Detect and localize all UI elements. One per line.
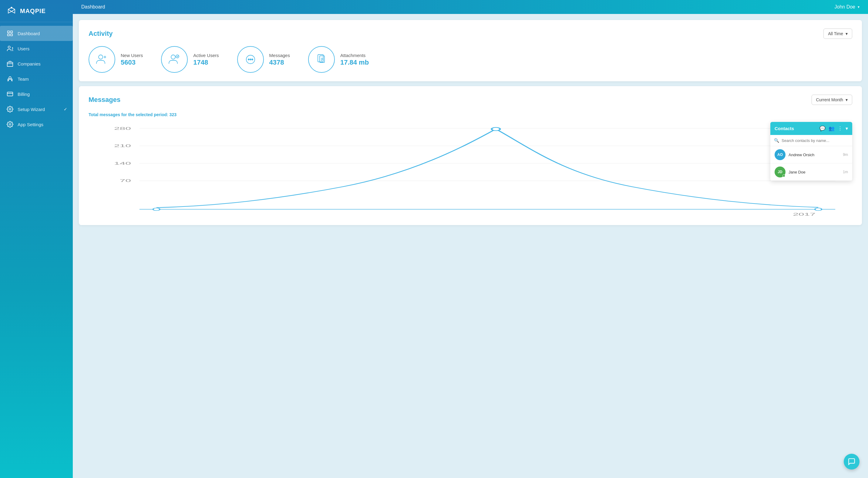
chevron-down-icon: ▾ — [858, 5, 860, 9]
activity-filter-dropdown[interactable]: All Time ▾ — [824, 29, 852, 39]
stat-new-users: New Users 5603 — [89, 46, 143, 73]
attachments-label: Attachments — [340, 53, 369, 58]
sidebar-item-label: Team — [18, 76, 29, 82]
billing-icon — [7, 91, 13, 97]
chevron-down-icon[interactable]: ▾ — [845, 126, 848, 131]
contacts-group-icon[interactable]: 👥 — [829, 126, 835, 131]
messages-label: Messages — [269, 53, 290, 58]
username: John Doe — [835, 4, 856, 10]
active-users-value: 1748 — [193, 59, 219, 66]
svg-point-21 — [252, 59, 253, 60]
svg-point-11 — [9, 108, 11, 110]
new-users-circle — [89, 46, 115, 73]
svg-point-5 — [8, 46, 10, 48]
active-users-label: Active Users — [193, 53, 219, 58]
svg-text:2017: 2017 — [793, 212, 815, 217]
sidebar: MAQPIE Dashboard Users Companies — [0, 0, 73, 478]
messages-card-header: Messages Current Month ▾ — [89, 95, 852, 105]
avatar: AO — [775, 149, 785, 160]
logo: MAQPIE — [0, 0, 73, 22]
messages-card: Messages Current Month ▾ Total messages … — [79, 86, 862, 225]
svg-point-19 — [248, 59, 249, 60]
sidebar-item-label: Companies — [18, 61, 41, 66]
contact-name: Jane Doe — [788, 170, 840, 174]
app-settings-icon — [7, 121, 13, 128]
sidebar-item-setup-wizard[interactable]: Setup Wizard ✓ — [0, 102, 73, 117]
chart-svg: 280 210 140 70 2017 — [89, 122, 852, 219]
svg-point-13 — [99, 55, 103, 59]
messages-info: Messages 4378 — [269, 53, 290, 66]
top-header: Dashboard John Doe ▾ — [73, 0, 868, 14]
new-users-label: New Users — [121, 53, 143, 58]
contact-time: 1m — [843, 170, 848, 174]
sidebar-item-companies[interactable]: Companies — [0, 56, 73, 71]
team-icon — [7, 75, 13, 82]
companies-icon — [7, 60, 13, 67]
activity-stats: New Users 5603 Acti — [89, 46, 852, 73]
svg-text:210: 210 — [114, 144, 131, 148]
messages-circle — [237, 46, 264, 73]
new-users-value: 5603 — [121, 59, 143, 66]
svg-text:70: 70 — [120, 179, 131, 183]
svg-rect-3 — [8, 34, 9, 36]
messages-value: 4378 — [269, 59, 290, 66]
activity-card-header: Activity All Time ▾ — [89, 29, 852, 39]
contacts-panel: Contacts 💬 👥 ⋮ ▾ 🔍 — [770, 122, 852, 181]
content-area: Activity All Time ▾ — [73, 14, 868, 231]
dashboard-icon — [7, 30, 13, 37]
users-icon — [7, 45, 13, 52]
contacts-header: Contacts 💬 👥 ⋮ ▾ — [770, 122, 852, 135]
online-indicator — [782, 174, 785, 177]
checkmark-icon: ✓ — [64, 107, 67, 111]
svg-rect-9 — [7, 92, 13, 96]
sidebar-item-label: Setup Wizard — [18, 107, 45, 112]
sidebar-item-label: App Settings — [18, 122, 43, 127]
logo-text: MAQPIE — [20, 8, 46, 14]
svg-rect-23 — [320, 56, 324, 62]
svg-point-8 — [9, 77, 11, 79]
svg-rect-4 — [11, 34, 12, 36]
contact-time: 9m — [843, 153, 848, 157]
user-menu[interactable]: John Doe ▾ — [835, 4, 860, 10]
stat-attachments: Attachments 17.84 mb — [308, 46, 369, 73]
active-users-info: Active Users 1748 — [193, 53, 219, 66]
sidebar-item-team[interactable]: Team — [0, 71, 73, 87]
messages-filter-dropdown[interactable]: Current Month ▾ — [812, 95, 852, 105]
chat-icon[interactable]: 💬 — [819, 126, 826, 131]
search-icon: 🔍 — [774, 138, 779, 143]
svg-point-16 — [171, 55, 175, 59]
sidebar-item-users[interactable]: Users — [0, 41, 73, 56]
more-icon[interactable]: ⋮ — [838, 126, 842, 131]
sidebar-item-label: Billing — [18, 92, 30, 97]
chevron-down-icon: ▾ — [845, 31, 848, 36]
stat-messages: Messages 4378 — [237, 46, 290, 73]
svg-rect-6 — [7, 62, 13, 66]
chevron-down-icon: ▾ — [845, 97, 848, 102]
messages-chart: 280 210 140 70 2017 — [89, 122, 852, 219]
sidebar-item-dashboard[interactable]: Dashboard — [0, 26, 73, 41]
page-title: Dashboard — [81, 4, 105, 10]
attachments-info: Attachments 17.84 mb — [340, 53, 369, 66]
new-users-info: New Users 5603 — [121, 53, 143, 66]
svg-point-12 — [9, 123, 11, 125]
sidebar-item-label: Users — [18, 46, 29, 51]
contact-name: Andrew Orsich — [788, 153, 840, 157]
svg-rect-1 — [8, 31, 9, 33]
attachments-value: 17.84 mb — [340, 59, 369, 66]
contacts-search: 🔍 — [770, 135, 852, 146]
messages-total-value: 323 — [169, 112, 177, 117]
sidebar-item-billing[interactable]: Billing — [0, 87, 73, 102]
chat-fab-button[interactable] — [844, 454, 860, 470]
contact-jane-doe[interactable]: JD Jane Doe 1m — [770, 163, 852, 181]
avatar: JD — [775, 166, 785, 178]
contacts-title: Contacts — [775, 126, 794, 131]
svg-text:140: 140 — [114, 161, 131, 165]
stat-active-users: Active Users 1748 — [161, 46, 219, 73]
svg-rect-2 — [11, 31, 12, 33]
svg-point-20 — [250, 59, 251, 60]
contact-andrew-orsich[interactable]: AO Andrew Orsich 9m — [770, 146, 852, 163]
messages-total-label: Total messages for the selected period: … — [89, 112, 852, 117]
activity-card: Activity All Time ▾ — [79, 20, 862, 81]
sidebar-item-app-settings[interactable]: App Settings — [0, 117, 73, 132]
contacts-search-input[interactable] — [781, 138, 848, 143]
